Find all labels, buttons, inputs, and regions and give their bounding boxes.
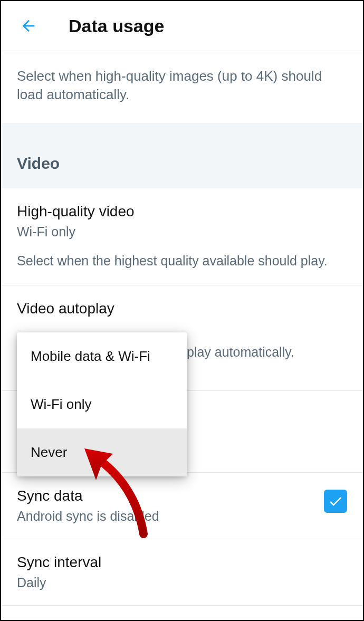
- hq-video-description: Select when the highest quality availabl…: [17, 252, 347, 270]
- sync-interval-row[interactable]: Sync interval Daily: [1, 539, 363, 606]
- checkmark-icon: [328, 493, 343, 509]
- back-button[interactable]: [18, 15, 39, 36]
- autoplay-description-partial: play automatically.: [187, 343, 294, 361]
- autoplay-options-menu: Mobile data & Wi-Fi Wi-Fi only Never: [17, 332, 187, 476]
- menu-option-wifi-only[interactable]: Wi-Fi only: [17, 380, 187, 428]
- high-quality-video-row[interactable]: High-quality video Wi-Fi only Select whe…: [1, 188, 363, 285]
- autoplay-title: Video autoplay: [17, 300, 347, 317]
- sync-interval-title: Sync interval: [17, 554, 347, 571]
- menu-option-mobile-wifi[interactable]: Mobile data & Wi-Fi: [17, 332, 187, 380]
- page-title: Data usage: [69, 16, 164, 36]
- video-section-header: Video: [1, 123, 363, 188]
- sync-data-row[interactable]: Sync data Android sync is disabled: [1, 473, 363, 539]
- sync-data-checkbox[interactable]: [324, 490, 347, 513]
- sync-interval-subtitle: Daily: [17, 575, 347, 590]
- menu-option-never[interactable]: Never: [17, 428, 187, 476]
- header: Data usage: [1, 1, 363, 51]
- video-section-title: Video: [17, 155, 347, 173]
- arrow-left-icon: [20, 17, 37, 35]
- sync-data-title: Sync data: [17, 488, 159, 504]
- images-description-block: Select when high-quality images (up to 4…: [1, 51, 363, 123]
- images-description: Select when high-quality images (up to 4…: [17, 67, 347, 104]
- hq-video-subtitle: Wi-Fi only: [17, 224, 347, 240]
- hq-video-title: High-quality video: [17, 203, 347, 220]
- sync-data-subtitle: Android sync is disabled: [17, 509, 159, 524]
